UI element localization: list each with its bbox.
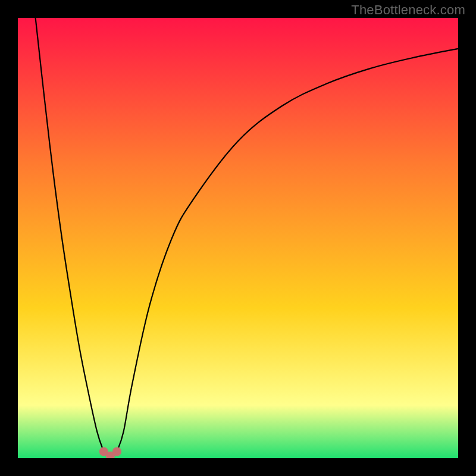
gradient-background xyxy=(18,18,458,458)
marker-min-right xyxy=(112,447,121,456)
chart-plot-area xyxy=(18,18,458,458)
outer-frame: TheBottleneck.com xyxy=(0,0,476,476)
watermark-text: TheBottleneck.com xyxy=(351,2,465,18)
